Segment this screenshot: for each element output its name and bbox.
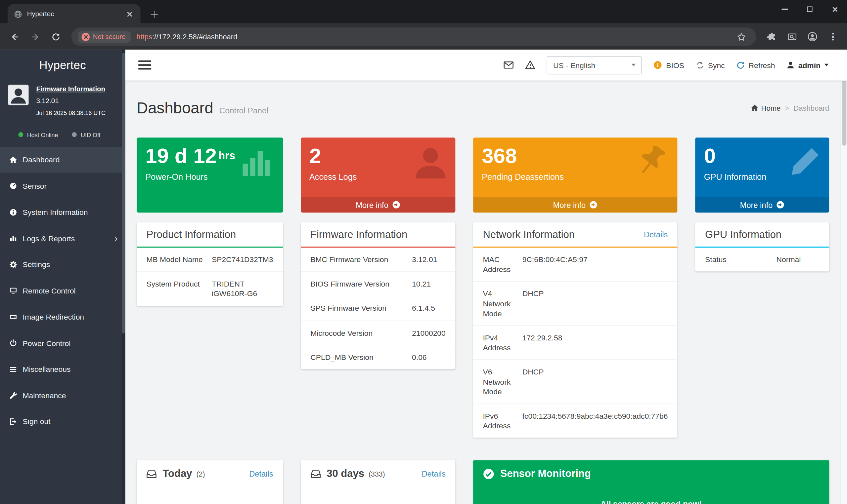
row-label: CPLD_MB Version — [310, 352, 412, 362]
new-tab-button[interactable] — [148, 8, 160, 20]
table-row: IPv4 Address 172.29.2.58 — [473, 325, 678, 359]
sidebar-item-label: Sign out — [23, 417, 51, 426]
page-scrollbar[interactable] — [841, 50, 847, 504]
url-text[interactable]: https://172.29.2.58/#dashboard — [136, 33, 732, 41]
sidebar-item-logs-reports[interactable]: Logs & Reports — [0, 225, 125, 251]
network-details-link[interactable]: Details — [644, 230, 668, 239]
sidebar-scrollbar[interactable] — [122, 50, 125, 504]
sensor-status-message: All sensors are good now! — [473, 499, 829, 504]
refresh-button[interactable]: Refresh — [736, 61, 775, 69]
reload-button[interactable] — [46, 28, 65, 46]
row-value: Normal — [777, 255, 819, 265]
today-title: Today — [162, 468, 192, 480]
gpu-information-card[interactable]: 0 GPU Information More info — [695, 138, 829, 213]
table-row: Status Normal — [695, 248, 829, 271]
chevron-right-icon — [115, 233, 118, 243]
sidebar-item-sign-out[interactable]: Sign out — [0, 409, 125, 435]
window-minimize-button[interactable] — [773, 0, 797, 18]
refresh-label: Refresh — [748, 61, 775, 69]
window-controls — [773, 0, 847, 18]
sync-button[interactable]: Sync — [695, 61, 725, 69]
sidebar-item-label: Sensor — [23, 181, 47, 190]
drive-icon — [8, 312, 17, 321]
row-label: System Product — [146, 279, 212, 299]
row-value: 3.12.01 — [412, 255, 446, 265]
window-close-button[interactable] — [822, 0, 847, 18]
row-value: SP2C741D32TM3 — [212, 255, 273, 265]
card-value: 368 — [482, 144, 517, 167]
url-rest: ://172.29.2.58/#dashboard — [152, 33, 237, 41]
sidebar-item-image-redirection[interactable]: Image Redirection — [0, 304, 125, 330]
panel-title: GPU Information — [695, 222, 829, 248]
sidebar-item-label: Miscellaneous — [23, 365, 71, 374]
table-row: V6 Network Mode DHCP — [473, 360, 678, 403]
profile-block: Firmware Information 3.12.01 Jul 16 2025… — [7, 84, 118, 118]
browser-menu-icon[interactable] — [824, 28, 841, 45]
browser-tab[interactable]: Hypertec — [7, 4, 141, 24]
page-content: Dashboard Control Panel Home > Dashboard — [125, 81, 847, 504]
address-bar[interactable]: Not secure https://172.29.2.58/#dashboar… — [71, 28, 756, 46]
table-row: MAC Address 9C:6B:00:4C:A5:97 — [473, 248, 678, 281]
sidebar-item-maintenance[interactable]: Maintenance — [0, 382, 125, 408]
today-events-panel: Today (2) Details — [137, 461, 283, 504]
hamburger-menu-icon[interactable] — [138, 60, 151, 69]
firmware-information-link[interactable]: Firmware Information — [36, 84, 106, 95]
sidebar-item-remote-control[interactable]: Remote Control — [0, 277, 125, 304]
breadcrumb-home-link[interactable]: Home — [751, 104, 780, 112]
status-row: Host Online UID Off — [19, 131, 125, 138]
site-favicon-icon — [14, 10, 22, 18]
extensions-icon[interactable] — [763, 28, 780, 45]
user-avatar-icon — [7, 84, 29, 118]
monitor-icon — [8, 286, 17, 295]
arrow-circle-right-icon — [777, 201, 784, 209]
back-button[interactable] — [5, 28, 24, 46]
sidebar-item-label: Dashboard — [23, 155, 60, 164]
tab-close-icon[interactable] — [123, 8, 135, 20]
sidebar-scrollbar-thumb[interactable] — [122, 53, 125, 334]
tab-search-icon[interactable] — [783, 28, 800, 45]
row-value: 6.1.4.5 — [412, 303, 446, 313]
sidebar: Hypertec Firmware Information 3.12.01 Ju… — [0, 50, 125, 504]
sidebar-item-power-control[interactable]: Power Control — [0, 330, 125, 356]
sidebar-item-sensor[interactable]: Sensor — [0, 173, 125, 199]
user-menu[interactable]: admin — [786, 61, 829, 69]
row-value: 10.21 — [412, 279, 446, 289]
bookmark-star-icon[interactable] — [732, 28, 750, 45]
security-chip[interactable]: Not secure — [78, 31, 131, 42]
more-info-link[interactable]: More info — [695, 197, 829, 213]
alerts-button[interactable] — [525, 60, 535, 70]
bios-info-icon — [653, 60, 662, 70]
row-label: MAC Address — [483, 255, 522, 274]
forward-button[interactable] — [26, 28, 44, 46]
more-info-link[interactable]: More info — [473, 197, 678, 213]
tab-title: Hypertec — [27, 10, 123, 18]
chevron-down-icon — [632, 64, 636, 67]
row-value: fc00:1234:5678:9abc:4a3e:c590:adc0:77b6 — [522, 411, 668, 431]
language-select[interactable]: US - English — [547, 56, 641, 74]
messages-button[interactable] — [504, 60, 514, 70]
network-information-panel: Network Information Details MAC Address … — [473, 222, 678, 438]
pending-deassertions-card[interactable]: 368 Pending Deassertions More info — [473, 138, 678, 213]
bios-button[interactable]: BIOS — [653, 60, 684, 70]
arrow-circle-right-icon — [590, 201, 598, 209]
firmware-version: 3.12.01 — [36, 96, 106, 107]
pushpin-icon — [634, 144, 671, 181]
sidebar-item-dashboard[interactable]: Dashboard — [0, 147, 125, 173]
product-information-panel: Product Information MB Model Name SP2C74… — [137, 222, 283, 306]
today-details-link[interactable]: Details — [249, 469, 273, 478]
browser-window: Hypertec Not secure https://172.29.2.58/… — [0, 0, 847, 504]
sidebar-item-miscellaneous[interactable]: Miscellaneous — [0, 356, 125, 382]
window-maximize-button[interactable] — [797, 0, 822, 18]
thirty-days-details-link[interactable]: Details — [421, 469, 445, 478]
profile-avatar-icon[interactable] — [803, 28, 821, 45]
arrow-circle-right-icon — [392, 201, 400, 209]
more-info-link[interactable]: More info — [301, 197, 455, 213]
access-logs-card[interactable]: 2 Access Logs More info — [301, 138, 455, 213]
wrench-icon — [8, 391, 17, 399]
inbox-icon — [310, 469, 321, 479]
row-label: Status — [705, 255, 777, 265]
sidebar-item-system-information[interactable]: System Information — [0, 199, 125, 225]
sidebar-item-settings[interactable]: Settings — [0, 251, 125, 277]
today-count: (2) — [196, 470, 205, 478]
row-value: TRIDENT iGW610R-G6 — [212, 279, 273, 299]
